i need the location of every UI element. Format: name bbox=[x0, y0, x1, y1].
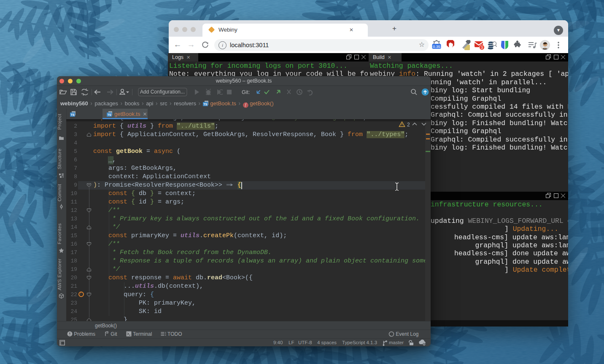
svg-text:Add Configuration...: Add Configuration... bbox=[140, 89, 185, 95]
svg-text:0.35: 0.35 bbox=[433, 45, 440, 49]
svg-text:3: 3 bbox=[481, 46, 483, 50]
svg-text:Git:: Git: bbox=[242, 89, 250, 95]
svg-text:2: 2 bbox=[407, 122, 410, 128]
